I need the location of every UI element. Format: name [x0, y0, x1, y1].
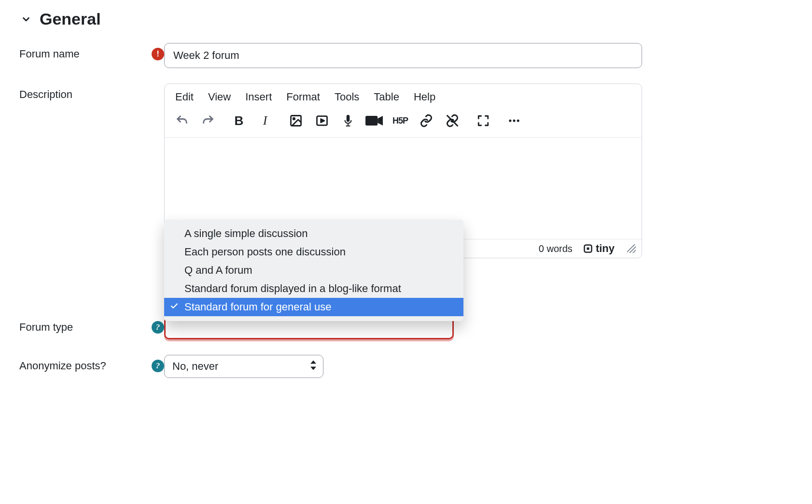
- editor-toolbar: B I H5P: [165, 108, 642, 138]
- svg-point-9: [509, 119, 511, 122]
- forum-type-option[interactable]: Q and A forum: [164, 261, 463, 280]
- forum-type-option-label: Each person posts one discussion: [184, 246, 346, 258]
- svg-rect-6: [365, 116, 378, 126]
- help-icon[interactable]: ?: [152, 321, 164, 334]
- menu-tools[interactable]: Tools: [335, 91, 359, 103]
- video-camera-icon[interactable]: [365, 112, 383, 129]
- svg-marker-3: [321, 119, 324, 123]
- more-icon[interactable]: [505, 112, 523, 129]
- forum-type-option[interactable]: Standard forum for general use: [164, 298, 463, 316]
- anonymize-select[interactable]: No, never: [164, 355, 323, 378]
- svg-point-10: [513, 119, 515, 122]
- menu-view[interactable]: View: [208, 91, 231, 103]
- image-icon[interactable]: [287, 112, 305, 129]
- forum-type-option[interactable]: A single simple discussion: [164, 224, 463, 243]
- svg-marker-7: [378, 116, 383, 126]
- word-count: 0 words: [539, 243, 573, 254]
- h5p-icon[interactable]: H5P: [392, 112, 409, 129]
- forum-type-dropdown: A single simple discussionEach person po…: [164, 220, 463, 321]
- fullscreen-icon[interactable]: [475, 112, 492, 129]
- section-general-header[interactable]: General: [19, 10, 793, 28]
- media-icon[interactable]: [313, 112, 331, 129]
- italic-icon[interactable]: I: [256, 112, 274, 129]
- undo-icon[interactable]: [173, 112, 191, 129]
- forum-name-input[interactable]: [164, 43, 642, 68]
- forum-type-option-label: A single simple discussion: [184, 227, 308, 239]
- required-icon: !: [152, 48, 164, 60]
- menu-insert[interactable]: Insert: [245, 91, 272, 103]
- forum-type-option-label: Standard forum displayed in a blog-like …: [184, 282, 401, 294]
- svg-rect-5: [346, 126, 350, 126]
- microphone-icon[interactable]: [339, 112, 357, 129]
- forum-type-option-label: Standard forum for general use: [184, 301, 332, 313]
- chevron-down-icon: [19, 13, 33, 26]
- section-title: General: [40, 10, 101, 28]
- editor-menubar: Edit View Insert Format Tools Table Help: [165, 84, 642, 108]
- unlink-icon[interactable]: [444, 112, 461, 129]
- menu-edit[interactable]: Edit: [175, 91, 194, 103]
- redo-icon[interactable]: [199, 112, 217, 129]
- svg-point-11: [517, 119, 519, 122]
- resize-handle-icon[interactable]: [627, 244, 636, 253]
- svg-point-1: [293, 118, 295, 120]
- forum-type-option[interactable]: Each person posts one discussion: [164, 243, 463, 261]
- menu-help[interactable]: Help: [414, 91, 435, 103]
- svg-rect-4: [348, 124, 349, 126]
- svg-rect-13: [587, 248, 589, 250]
- menu-format[interactable]: Format: [286, 91, 320, 103]
- bold-icon[interactable]: B: [230, 112, 248, 129]
- menu-table[interactable]: Table: [374, 91, 399, 103]
- anonymize-label: Anonymize posts?: [19, 360, 106, 372]
- forum-type-option-label: Q and A forum: [184, 264, 252, 276]
- check-icon: [170, 301, 179, 313]
- forum-type-option[interactable]: Standard forum displayed in a blog-like …: [164, 280, 463, 298]
- link-icon[interactable]: [418, 112, 435, 129]
- tiny-logo: tiny: [583, 242, 615, 255]
- help-icon[interactable]: ?: [152, 360, 164, 372]
- description-label: Description: [19, 88, 72, 101]
- forum-name-label: Forum name: [19, 48, 80, 60]
- forum-type-label: Forum type: [19, 321, 73, 334]
